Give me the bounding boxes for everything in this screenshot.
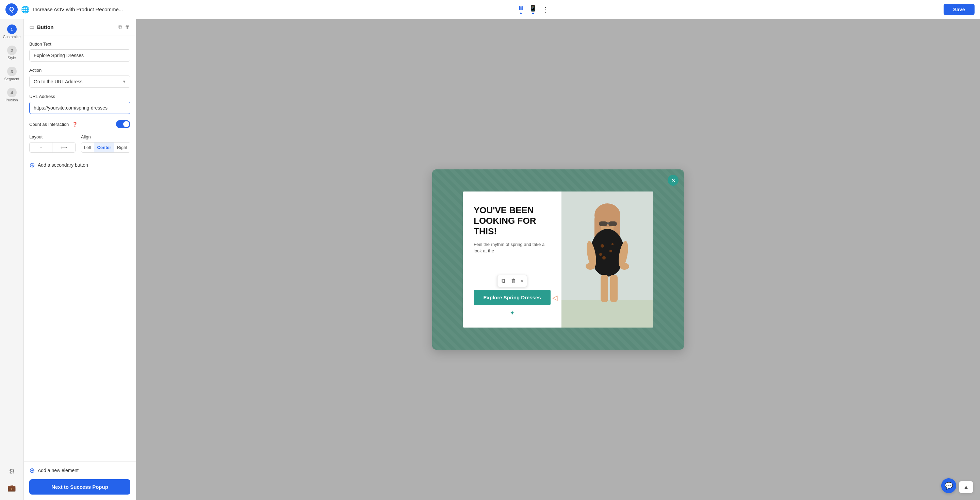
person-svg — [562, 192, 653, 327]
action-select[interactable]: Go to the URL Address — [29, 76, 130, 88]
sidebar-step-publish[interactable]: 4 Publish — [2, 85, 22, 105]
sidebar-step-style[interactable]: 2 Style — [2, 43, 22, 63]
svg-rect-20 — [599, 221, 608, 226]
add-secondary-label: Add a secondary button — [38, 162, 88, 168]
popup-heading-line1: YOU'VE BEEN — [474, 205, 534, 215]
desktop-indicator — [520, 13, 522, 14]
delete-button[interactable]: 🗑 — [125, 24, 130, 30]
next-to-success-popup-button[interactable]: Next to Success Popup — [29, 479, 130, 495]
panel-header-left: ▭ Button — [29, 24, 53, 30]
button-text-input[interactable] — [29, 49, 130, 62]
zoom-controls: ▲ — [959, 481, 973, 493]
url-label: URL Address — [29, 94, 130, 99]
desktop-view-btn[interactable]: 🖥 — [517, 5, 524, 14]
left-sidebar: 1 Customize 2 Style 3 Segment 4 Publish … — [0, 19, 24, 500]
step-2-label: Style — [8, 56, 16, 60]
chat-widget[interactable]: 💬 — [941, 478, 956, 493]
svg-rect-19 — [610, 275, 617, 302]
svg-point-12 — [611, 243, 614, 245]
popup-left-panel: YOU'VE BEEN LOOKING FOR THIS! Feel the r… — [463, 192, 562, 327]
topbar-left: Q 🌐 Increase AOV with Product Recomme... — [5, 3, 123, 16]
add-secondary-icon: ⊕ — [29, 161, 35, 169]
layout-col: Layout ↔ ⟺ — [29, 134, 76, 153]
count-as-interaction-row: Count as Interaction ❓ — [29, 120, 130, 128]
settings-icon[interactable]: ⚙ — [6, 465, 18, 478]
popup-preview: ✕ YOU'VE BEEN LOOKING FOR THIS! Feel the… — [432, 169, 684, 350]
add-new-element-row[interactable]: ⊕ Add a new element — [24, 461, 136, 479]
briefcase-icon[interactable]: 💼 — [5, 481, 19, 495]
action-section: Action Go to the URL Address ▼ — [29, 68, 130, 88]
topbar-center: 🖥 📱 ⋮ — [517, 5, 549, 14]
popup-close-button[interactable]: ✕ — [668, 175, 679, 186]
step-4-label: Publish — [5, 98, 18, 102]
main-canvas: ✕ YOU'VE BEEN LOOKING FOR THIS! Feel the… — [136, 19, 980, 500]
svg-rect-18 — [601, 275, 608, 302]
add-secondary-button[interactable]: ⊕ Add a secondary button — [29, 160, 88, 170]
popup-content: YOU'VE BEEN LOOKING FOR THIS! Feel the r… — [474, 205, 550, 254]
svg-point-9 — [601, 244, 604, 248]
layout-label: Layout — [29, 134, 76, 140]
popup-arrow-icon: ◁ — [552, 294, 557, 302]
align-right-btn[interactable]: Right — [114, 143, 130, 152]
svg-rect-21 — [608, 221, 617, 226]
svg-point-11 — [602, 256, 606, 260]
close-x-icon: ✕ — [671, 177, 675, 184]
button-text-section: Button Text — [29, 41, 130, 62]
step-1-circle: 1 — [7, 24, 17, 34]
align-btn-group: Left Center Right — [81, 142, 130, 153]
panel-title: Button — [37, 24, 53, 30]
svg-rect-22 — [607, 222, 609, 224]
step-3-circle: 3 — [7, 67, 17, 76]
svg-point-17 — [620, 263, 629, 270]
sidebar-bottom: ⚙ 💼 — [5, 465, 19, 500]
add-element-icon: ⊕ — [29, 466, 35, 475]
button-element-icon: ▭ — [29, 24, 34, 30]
svg-point-10 — [609, 250, 612, 252]
mobile-icon: 📱 — [529, 5, 537, 12]
popup-star-icon: ✦ — [474, 309, 550, 317]
align-left-btn[interactable]: Left — [81, 143, 94, 152]
more-options-btn[interactable]: ⋮ — [542, 5, 549, 14]
panel-content: Button Text Action Go to the URL Address… — [24, 35, 136, 461]
chat-icon: 💬 — [945, 482, 953, 490]
zoom-up-button[interactable]: ▲ — [959, 481, 973, 493]
save-button[interactable]: Save — [943, 4, 975, 15]
popup-heading-line2: LOOKING FOR THIS! — [474, 216, 536, 237]
sidebar-step-customize[interactable]: 1 Customize — [2, 22, 22, 41]
popup-cta-button[interactable]: Explore Spring Dresses — [474, 290, 550, 305]
panel-header-actions: ⧉ 🗑 — [118, 24, 130, 30]
app-logo: Q — [5, 3, 18, 16]
popup-bottom: ⧉ 🗑 ✕ Explore Spring Dresses ◁ ✦ — [474, 283, 550, 317]
svg-point-8 — [590, 229, 624, 276]
align-center-btn[interactable]: Center — [94, 143, 114, 152]
sidebar-step-segment[interactable]: 3 Segment — [2, 64, 22, 84]
popup-subtext: Feel the rhythm of spring and take a loo… — [474, 241, 550, 254]
help-icon[interactable]: ❓ — [72, 122, 78, 127]
toolbar-close-btn[interactable]: ✕ — [520, 279, 524, 284]
count-as-interaction-toggle[interactable] — [116, 120, 130, 128]
action-label: Action — [29, 68, 130, 73]
step-4-circle: 4 — [7, 88, 17, 97]
layout-align-row: Layout ↔ ⟺ Align Left Center Right — [29, 134, 130, 153]
step-1-label: Customize — [3, 35, 21, 39]
floating-toolbar: ⧉ 🗑 ✕ — [497, 275, 527, 287]
add-element-label: Add a new element — [38, 468, 79, 473]
layout-narrow-btn[interactable]: ↔ — [30, 143, 52, 152]
url-section: URL Address — [29, 94, 130, 114]
toolbar-copy-btn[interactable]: ⧉ — [500, 276, 507, 286]
count-as-interaction-label: Count as Interaction — [29, 122, 69, 127]
mobile-view-btn[interactable]: 📱 — [529, 5, 537, 14]
topbar: Q 🌐 Increase AOV with Product Recomme...… — [0, 0, 980, 19]
panel-header: ▭ Button ⧉ 🗑 — [24, 19, 136, 35]
url-input[interactable] — [29, 102, 130, 114]
popup-heading: YOU'VE BEEN LOOKING FOR THIS! — [474, 205, 550, 237]
copy-button[interactable]: ⧉ — [118, 24, 122, 30]
layout-wide-btn[interactable]: ⟺ — [52, 143, 75, 152]
align-col: Align Left Center Right — [81, 134, 130, 153]
action-select-wrapper: Go to the URL Address ▼ — [29, 76, 130, 88]
step-2-circle: 2 — [7, 46, 17, 55]
edit-panel: ▭ Button ⧉ 🗑 Button Text Action Go to th… — [24, 19, 136, 500]
svg-point-16 — [585, 263, 595, 270]
toolbar-delete-btn[interactable]: 🗑 — [509, 276, 517, 286]
step-3-label: Segment — [4, 77, 19, 81]
